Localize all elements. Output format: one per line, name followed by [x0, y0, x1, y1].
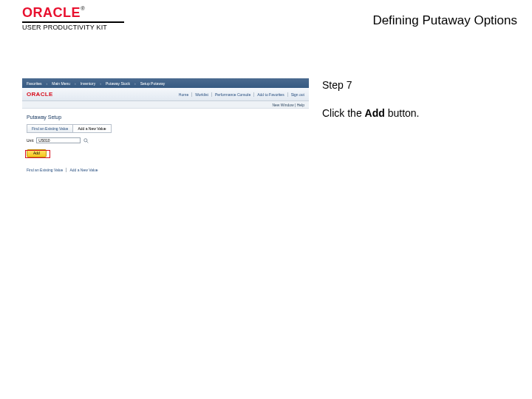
footer-link[interactable]: Add a New Value	[66, 168, 98, 172]
slide-title: Defining Putaway Options	[372, 13, 517, 28]
crumb-item[interactable]: Favorites	[27, 81, 42, 86]
brand-suffix: ®	[81, 5, 85, 12]
tab-strip: Find an Existing Value Add a New Value	[27, 124, 304, 133]
tab-find-existing[interactable]: Find an Existing Value	[27, 124, 73, 133]
upk-logo: ORACLE® USER PRODUCTIVITY KIT	[22, 6, 124, 31]
app-logo: ORACLE	[27, 91, 53, 98]
crumb-item[interactable]: Main Menu	[52, 81, 70, 86]
toolbar-links: Home Worklist Performance Console Add to…	[179, 92, 304, 97]
svg-point-0	[83, 138, 86, 141]
footer-link[interactable]: Find an Existing Value	[27, 168, 63, 172]
add-button[interactable]: Add	[27, 149, 47, 157]
toolbar-link[interactable]: Worklist	[191, 92, 208, 97]
brand-text: ORACLE	[22, 5, 81, 20]
svg-line-1	[86, 141, 88, 143]
crumb-item[interactable]: Setup Putaway	[140, 81, 166, 86]
footer-links: Find an Existing Value Add a New Value	[22, 165, 309, 172]
instruction-panel: Step 7 Click the Add button.	[322, 78, 517, 172]
toolbar-link[interactable]: Sign out	[287, 92, 304, 97]
step-label: Step 7	[322, 78, 517, 93]
toolbar-link[interactable]: Home	[179, 92, 188, 97]
screenshot: Favorites› Main Menu› Inventory› Putaway…	[22, 78, 309, 172]
toolbar-link[interactable]: Performance Console	[211, 92, 250, 97]
lookup-icon[interactable]	[83, 137, 89, 143]
app-breadcrumb: Favorites› Main Menu› Inventory› Putaway…	[22, 78, 309, 88]
app-subbar[interactable]: New Window | Help	[22, 101, 309, 109]
crumb-item[interactable]: Putaway Stock	[106, 81, 130, 86]
unit-input[interactable]	[36, 137, 81, 143]
field-label: Unit:	[27, 138, 34, 143]
tab-add-new[interactable]: Add a New Value	[73, 124, 111, 133]
app-toolbar: ORACLE Home Worklist Performance Console…	[22, 88, 309, 101]
crumb-item[interactable]: Inventory	[81, 81, 96, 86]
page-title: Putaway Setup	[27, 115, 304, 120]
toolbar-link[interactable]: Add to Favorites	[253, 92, 284, 97]
brand-subtitle: USER PRODUCTIVITY KIT	[22, 24, 124, 31]
instruction-text: Click the Add button.	[322, 106, 517, 121]
